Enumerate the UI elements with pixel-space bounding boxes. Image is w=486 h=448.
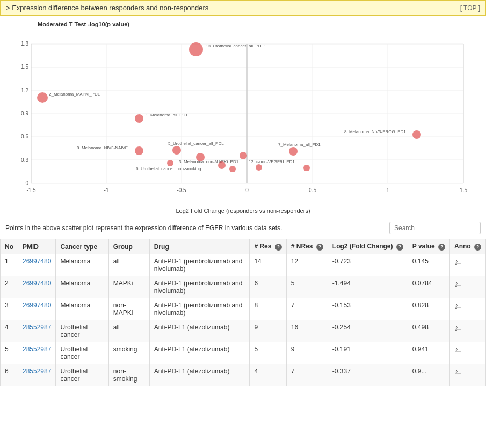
cell-nres: 9 [286,342,328,364]
svg-text:9_Melanoma_NIV3-NAIVE: 9_Melanoma_NIV3-NAIVE [77,145,128,150]
cell-pvalue: 0.498 [408,320,449,342]
col-res: # Res ? [250,239,286,254]
table-row: 6 28552987 Urothelial cancer non-smoking… [1,364,486,386]
section-title: > Expression difference between responde… [6,4,208,12]
cell-no: 6 [1,364,18,386]
col-pvalue: P value ? [408,239,449,254]
cell-drug: Anti-PD-L1 (atezolizumab) [149,364,250,386]
pmid-link[interactable]: 28552987 [23,346,51,353]
data-point[interactable] [412,130,421,139]
data-point[interactable] [135,114,143,123]
cell-group: non-MAPKi [108,298,149,320]
col-nres: # NRes ? [286,239,328,254]
svg-text:7_Melanoma_all_PD1: 7_Melanoma_all_PD1 [278,142,321,147]
cell-pvalue: 0.145 [408,254,449,276]
cell-drug: Anti-PD-1 (pembrolizumab and nivolumab) [149,276,250,298]
cell-res: 9 [250,320,286,342]
search-input[interactable] [389,222,481,234]
data-table: No PMID Cancer type Group Drug # Res ? #… [0,239,486,386]
cell-res: 4 [250,364,286,386]
data-point[interactable] [172,146,181,155]
cell-anno[interactable]: 🏷 [449,276,485,298]
cell-pmid: 26997480 [18,298,56,320]
cell-cancer-type: Urothelial cancer [56,320,108,342]
table-row: 2 26997480 Melanoma MAPKi Anti-PD-1 (pem… [1,276,486,298]
cell-pmid: 26997480 [18,254,56,276]
svg-text:1: 1 [386,187,389,193]
cell-log2fc: -0.337 [328,364,408,386]
svg-text:0.6: 0.6 [21,134,28,139]
cell-anno[interactable]: 🏷 [449,320,485,342]
cell-pmid: 28552987 [18,342,56,364]
cell-res: 5 [250,342,286,364]
data-point[interactable] [135,146,143,155]
data-point[interactable] [289,147,298,156]
data-point[interactable] [189,42,203,56]
col-log2fc: Log2 (Fold Change) ? [328,239,408,254]
anno-help-icon[interactable]: ? [474,244,481,251]
data-point[interactable] [218,161,226,169]
cell-anno[interactable]: 🏷 [449,254,485,276]
data-point[interactable] [303,165,310,171]
table-row: 3 26997480 Melanoma non-MAPKi Anti-PD-1 … [1,298,486,320]
cell-drug: Anti-PD-L1 (atezolizumab) [149,342,250,364]
cell-cancer-type: Melanoma [56,276,108,298]
svg-text:3_Melanoma_non-MAPKi_PD1: 3_Melanoma_non-MAPKi_PD1 [179,159,239,164]
pvalue-help-icon[interactable]: ? [438,244,445,251]
x-axis-label: Log2 Fold Change (responders vs non-resp… [5,208,481,214]
cell-anno[interactable]: 🏷 [449,364,485,386]
chart-container: Moderated T Test -log10(p value) 1.8 1.5… [0,16,486,214]
svg-text:8_Melanoma_NIV3-PROG_PD1: 8_Melanoma_NIV3-PROG_PD1 [344,129,406,134]
cell-no: 4 [1,320,18,342]
cell-nres: 7 [286,364,328,386]
pmid-link[interactable]: 26997480 [23,258,51,265]
svg-text:0: 0 [25,180,28,186]
nres-help-icon[interactable]: ? [316,244,323,251]
cell-group: non-smoking [108,364,149,386]
data-point[interactable] [229,166,236,172]
scatter-plot: 1.8 1.5 1.2 0.9 0.6 0.3 0 -1.5 [12,30,474,207]
res-help-icon[interactable]: ? [275,244,282,251]
cell-anno[interactable]: 🏷 [449,342,485,364]
svg-text:0.5: 0.5 [309,187,316,193]
svg-text:5_Urothelial_cancer_all_PDL: 5_Urothelial_cancer_all_PDL [168,141,224,146]
cell-log2fc: -0.254 [328,320,408,342]
svg-text:2_Melanoma_MAPKi_PD1: 2_Melanoma_MAPKi_PD1 [49,92,100,97]
cell-pmid: 28552987 [18,364,56,386]
svg-text:1.5: 1.5 [460,187,467,193]
cell-group: smoking [108,342,149,364]
pmid-link[interactable]: 28552987 [23,368,51,375]
chart-title: Moderated T Test -log10(p value) [38,21,481,27]
cell-drug: Anti-PD-1 (pembrolizumab and nivolumab) [149,254,250,276]
data-point[interactable] [37,92,48,103]
data-point[interactable] [240,152,247,159]
cell-pmid: 26997480 [18,276,56,298]
pmid-link[interactable]: 28552987 [23,324,51,331]
table-row: 1 26997480 Melanoma all Anti-PD-1 (pembr… [1,254,486,276]
data-point[interactable] [167,160,173,166]
cell-pvalue: 0.828 [408,298,449,320]
col-pmid: PMID [18,239,56,254]
cell-no: 5 [1,342,18,364]
svg-text:-0.5: -0.5 [177,187,186,193]
cell-res: 14 [250,254,286,276]
svg-text:0: 0 [245,187,249,193]
pmid-link[interactable]: 26997480 [23,302,51,309]
cell-anno[interactable]: 🏷 [449,298,485,320]
cell-nres: 5 [286,276,328,298]
data-point[interactable] [256,164,262,171]
cell-res: 8 [250,298,286,320]
col-drug: Drug [149,239,250,254]
pmid-link[interactable]: 26997480 [23,280,51,287]
top-link[interactable]: [ TOP ] [460,4,480,12]
cell-pvalue: 0.0784 [408,276,449,298]
col-cancer-type: Cancer type [56,239,108,254]
cell-drug: Anti-PD-L1 (atezolizumab) [149,320,250,342]
cell-cancer-type: Urothelial cancer [56,342,108,364]
cell-cancer-type: Melanoma [56,254,108,276]
cell-no: 3 [1,298,18,320]
cell-nres: 16 [286,320,328,342]
log2fc-help-icon[interactable]: ? [396,244,403,251]
cell-cancer-type: Urothelial cancer [56,364,108,386]
table-row: 5 28552987 Urothelial cancer smoking Ant… [1,342,486,364]
